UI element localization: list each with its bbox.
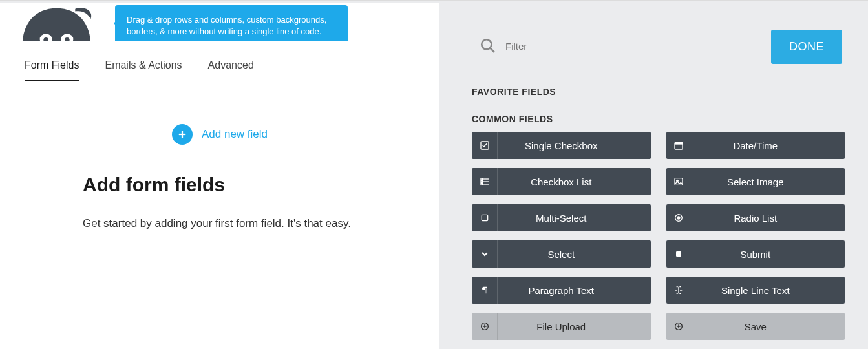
field-label: Single Line Text <box>692 285 845 296</box>
field-save[interactable]: Save <box>666 313 845 340</box>
field-multi-select[interactable]: Multi-Select <box>472 204 651 231</box>
page-subtext: Get started by adding your first form fi… <box>83 215 354 232</box>
field-select-image[interactable]: Select Image <box>666 168 845 195</box>
field-label: Select Image <box>692 176 845 187</box>
calendar-icon <box>666 132 692 159</box>
ninja-logo <box>16 5 97 44</box>
field-label: Paragraph Text <box>498 285 651 296</box>
left-panel: Drag & drop rows and columns, custom bac… <box>0 3 439 349</box>
done-button[interactable]: DONE <box>771 30 842 64</box>
checkbox-icon <box>472 132 498 159</box>
tab-advanced[interactable]: Advanced <box>208 54 254 81</box>
plus-icon <box>172 124 193 145</box>
search-icon <box>480 37 496 54</box>
svg-point-23 <box>677 217 680 219</box>
fields-grid: Single Checkbox Date/Time Checkbox List … <box>472 132 845 340</box>
field-label: Save <box>692 321 845 332</box>
field-label: Multi-Select <box>498 213 651 224</box>
field-label: File Upload <box>498 321 651 332</box>
svg-line-7 <box>490 48 494 52</box>
hint-tooltip: Drag & drop rows and columns, custom bac… <box>115 5 348 47</box>
field-label: Single Checkbox <box>498 140 651 151</box>
radio-icon <box>666 204 692 231</box>
tab-form-fields[interactable]: Form Fields <box>25 54 79 81</box>
add-new-field[interactable]: Add new field <box>0 124 439 145</box>
paragraph-icon <box>472 277 498 304</box>
field-date-time[interactable]: Date/Time <box>666 132 845 159</box>
list-icon <box>472 168 498 195</box>
field-checkbox-list[interactable]: Checkbox List <box>472 168 651 195</box>
field-select[interactable]: Select <box>472 240 651 268</box>
tabs: Form Fields Emails & Actions Advanced <box>25 54 254 81</box>
field-label: Select <box>498 249 651 260</box>
svg-rect-21 <box>482 215 487 220</box>
form-builder-area: Form Fields Emails & Actions Advanced Ad… <box>0 41 439 349</box>
text-cursor-icon <box>666 277 692 304</box>
field-label: Submit <box>692 249 845 260</box>
svg-rect-19 <box>675 178 683 185</box>
field-submit[interactable]: Submit <box>666 240 845 268</box>
field-file-upload[interactable]: File Upload <box>472 313 651 340</box>
field-single-line-text[interactable]: Single Line Text <box>666 277 845 304</box>
field-radio-list[interactable]: Radio List <box>666 204 845 231</box>
square-icon <box>472 204 498 231</box>
field-single-checkbox[interactable]: Single Checkbox <box>472 132 651 159</box>
svg-rect-18 <box>481 184 483 185</box>
right-panel: DONE FAVORITE FIELDS COMMON FIELDS Singl… <box>439 3 868 349</box>
page-heading: Add form fields <box>83 174 225 196</box>
svg-rect-17 <box>481 181 483 183</box>
field-label: Radio List <box>692 213 845 224</box>
add-new-label: Add new field <box>202 128 268 141</box>
plus-circle-icon <box>666 313 692 340</box>
image-icon <box>666 168 692 195</box>
square-filled-icon <box>666 240 692 268</box>
filter-input[interactable] <box>505 41 699 52</box>
svg-point-6 <box>482 39 491 49</box>
svg-rect-16 <box>481 178 483 180</box>
svg-rect-10 <box>675 142 683 144</box>
svg-rect-24 <box>676 251 681 257</box>
favorite-fields-label: FAVORITE FIELDS <box>472 87 556 97</box>
field-paragraph-text[interactable]: Paragraph Text <box>472 277 651 304</box>
plus-circle-icon <box>472 313 498 340</box>
tab-emails-actions[interactable]: Emails & Actions <box>105 54 182 81</box>
common-fields-label: COMMON FIELDS <box>472 114 553 124</box>
chevron-down-icon <box>472 240 498 268</box>
field-label: Date/Time <box>692 140 845 151</box>
field-label: Checkbox List <box>498 176 651 187</box>
